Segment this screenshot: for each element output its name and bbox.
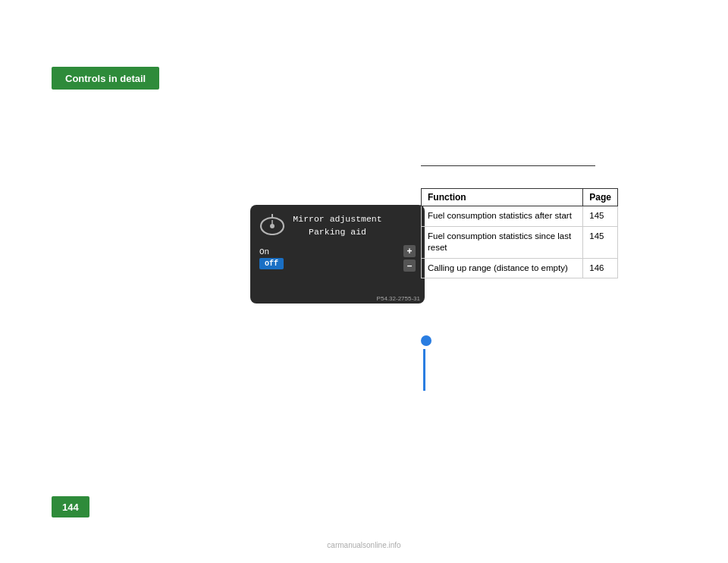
function-table: Function Page Fuel consumption statistic…	[421, 188, 618, 278]
on-off-area: On off	[259, 247, 397, 269]
display-code: P54.32-2755-31	[377, 295, 420, 302]
minus-button[interactable]: –	[403, 259, 416, 272]
car-display-panel: Mirror adjustment Parking aid On off + –…	[250, 205, 425, 304]
table-cell-page: 146	[583, 258, 618, 278]
section-header-label: Controls in detail	[65, 73, 146, 84]
top-divider	[421, 165, 595, 166]
table-row: Fuel consumption statistics after start1…	[422, 206, 618, 227]
table-header-page: Page	[583, 189, 618, 206]
svg-point-3	[270, 224, 275, 228]
table-cell-function: Calling up range (distance to empty)	[422, 258, 583, 278]
table-header-function: Function	[422, 189, 583, 206]
page-number-badge: 144	[52, 496, 89, 517]
steering-wheel-icon	[258, 212, 287, 235]
off-button[interactable]: off	[259, 258, 284, 269]
table-row: Calling up range (distance to empty)146	[422, 258, 618, 278]
page-number-label: 144	[62, 502, 79, 513]
display-controls-row: On off + –	[259, 245, 416, 272]
table-cell-page: 145	[583, 226, 618, 258]
blue-vertical-line	[423, 349, 425, 391]
section-header: Controls in detail	[52, 67, 159, 90]
on-label: On	[259, 247, 269, 256]
table-row: Fuel consumption statistics since last r…	[422, 226, 618, 258]
table-cell-function: Fuel consumption statistics after start	[422, 206, 583, 227]
plus-button[interactable]: +	[403, 245, 416, 257]
blue-dot	[421, 335, 431, 346]
display-text: Mirror adjustment Parking aid	[293, 212, 381, 239]
watermark: carmanualsonline.info	[0, 541, 728, 549]
table-cell-function: Fuel consumption statistics since last r…	[422, 226, 583, 258]
plus-minus-controls: + –	[403, 245, 416, 272]
blue-indicator	[421, 334, 431, 346]
table-cell-page: 145	[583, 206, 618, 227]
